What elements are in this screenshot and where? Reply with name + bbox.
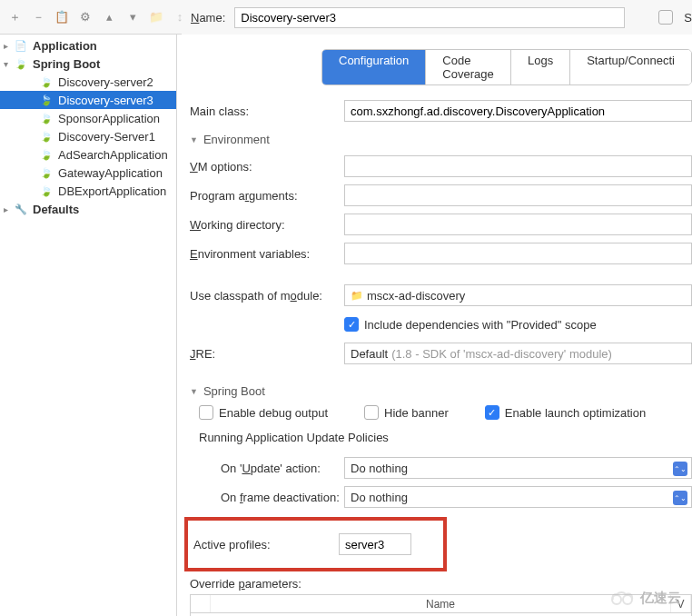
on-update-select[interactable]: Do nothing⌃⌄: [344, 457, 692, 479]
env-vars-label: Environment variables:: [190, 247, 344, 261]
tree-item-application[interactable]: ▸📄Application: [0, 36, 176, 55]
run-config-tree[interactable]: ▸📄Application▾🍃Spring Boot🍃Discovery-ser…: [0, 35, 177, 616]
tree-item-defaults[interactable]: ▸🔧Defaults: [0, 200, 176, 218]
enable-debug-checkbox[interactable]: [199, 405, 213, 420]
tree-item-discovery-server3[interactable]: 🍃Discovery-server3: [0, 91, 176, 109]
collapse-icon: ▼: [190, 135, 198, 144]
working-dir-label: Working directory:: [190, 218, 344, 232]
tree-item-adsearchapplication[interactable]: 🍃AdSearchApplication: [0, 145, 176, 164]
tab-logs[interactable]: Logs: [511, 50, 570, 84]
watermark: 亿速云: [609, 589, 681, 607]
name-input[interactable]: [234, 7, 625, 28]
program-args-label: Program arguments:: [190, 189, 344, 203]
update-policies-label: Running Application Update Policies: [199, 431, 692, 444]
tree-item-spring-boot[interactable]: ▾🍃Spring Boot: [0, 55, 176, 73]
down-icon[interactable]: ▾: [124, 8, 142, 26]
folder-icon[interactable]: 📁: [147, 8, 165, 26]
include-deps-label: Include dependencies with "Provided" sco…: [364, 318, 597, 332]
table-col-checkbox: [191, 595, 211, 612]
tree-item-sponsorapplication[interactable]: 🍃SponsorApplication: [0, 109, 176, 127]
on-deactivation-label: On frame deactivation:: [221, 491, 344, 504]
tab-configuration[interactable]: Configuration: [322, 50, 426, 84]
active-profiles-label: Active profiles:: [188, 538, 339, 551]
table-col-name: Name: [211, 595, 671, 612]
name-label: Name:: [191, 11, 225, 25]
environment-section[interactable]: ▼ Environment: [190, 133, 692, 146]
jre-select[interactable]: Default(1.8 - SDK of 'mscx-ad-discovery'…: [344, 343, 692, 364]
hide-banner-checkbox[interactable]: [364, 405, 379, 420]
up-icon[interactable]: ▴: [100, 8, 118, 26]
active-profiles-input[interactable]: [339, 533, 411, 555]
collapse-icon: ▼: [190, 387, 198, 396]
svg-point-1: [623, 595, 632, 604]
jre-label: JRE:: [190, 347, 344, 361]
tree-item-gatewayapplication[interactable]: 🍃GatewayApplication: [0, 164, 176, 182]
on-deactivation-select[interactable]: Do nothing⌃⌄: [344, 486, 692, 508]
settings-icon[interactable]: ⚙: [76, 8, 94, 26]
hide-banner-label: Hide banner: [384, 406, 449, 420]
tabs: ConfigurationCode CoverageLogsStartup/Co…: [321, 49, 692, 85]
working-dir-input[interactable]: [344, 214, 692, 235]
name-bar: Name: S: [182, 0, 692, 35]
program-args-input[interactable]: [344, 184, 692, 206]
tree-item-discovery-server1[interactable]: 🍃Discovery-Server1: [0, 127, 176, 145]
tab-code-coverage[interactable]: Code Coverage: [426, 50, 511, 84]
main-class-input[interactable]: [344, 100, 692, 122]
share-label: S: [684, 11, 692, 25]
enable-launch-label: Enable launch optimization: [505, 406, 646, 420]
active-profiles-highlight: Active profiles:: [184, 517, 447, 571]
enable-launch-checkbox[interactable]: [485, 405, 499, 420]
vm-options-input[interactable]: [344, 155, 692, 177]
springboot-section[interactable]: ▼ Spring Boot: [190, 384, 692, 398]
classpath-label: Use classpath of module:: [190, 289, 344, 303]
enable-debug-label: Enable debug output: [219, 406, 328, 420]
tree-item-discovery-server2[interactable]: 🍃Discovery-server2: [0, 73, 176, 91]
remove-icon[interactable]: －: [29, 8, 47, 26]
copy-icon[interactable]: 📋: [53, 8, 71, 26]
main-class-label: Main class:: [190, 104, 344, 118]
on-update-label: On 'Update' action:: [221, 462, 344, 475]
include-deps-checkbox[interactable]: [344, 317, 359, 332]
tab-startup-connecti[interactable]: Startup/Connecti: [570, 50, 691, 84]
tree-item-dbexportapplication[interactable]: 🍃DBExportApplication: [0, 182, 176, 200]
env-vars-input[interactable]: [344, 243, 692, 264]
share-checkbox[interactable]: [658, 10, 673, 25]
vm-options-label: VM options:: [190, 160, 344, 174]
add-icon[interactable]: ＋: [5, 8, 24, 26]
classpath-select[interactable]: mscx-ad-discovery: [344, 284, 692, 306]
